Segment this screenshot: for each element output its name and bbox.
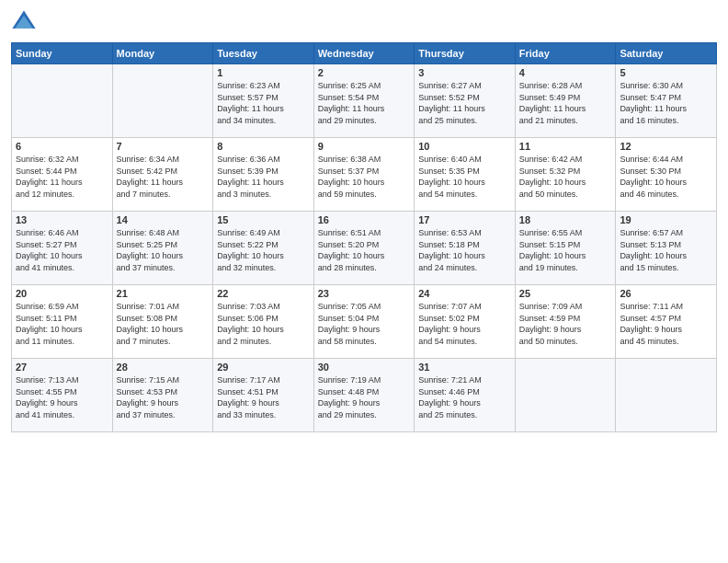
calendar-cell: 4Sunrise: 6:28 AM Sunset: 5:49 PM Daylig… — [515, 64, 616, 138]
week-row-4: 20Sunrise: 6:59 AM Sunset: 5:11 PM Dayli… — [12, 285, 717, 359]
calendar-cell: 28Sunrise: 7:15 AM Sunset: 4:53 PM Dayli… — [112, 359, 213, 432]
calendar-cell: 23Sunrise: 7:05 AM Sunset: 5:04 PM Dayli… — [313, 285, 415, 359]
day-detail: Sunrise: 6:51 AM Sunset: 5:20 PM Dayligh… — [318, 227, 411, 273]
week-row-5: 27Sunrise: 7:13 AM Sunset: 4:55 PM Dayli… — [12, 359, 717, 432]
weekday-header-sunday: Sunday — [12, 43, 113, 64]
day-number: 13 — [16, 214, 108, 225]
calendar-cell: 21Sunrise: 7:01 AM Sunset: 5:08 PM Dayli… — [112, 285, 213, 359]
day-detail: Sunrise: 7:03 AM Sunset: 5:06 PM Dayligh… — [217, 301, 310, 347]
day-number: 19 — [620, 214, 712, 225]
day-number: 26 — [620, 288, 712, 299]
day-detail: Sunrise: 6:49 AM Sunset: 5:22 PM Dayligh… — [217, 227, 310, 273]
day-number: 27 — [16, 362, 108, 373]
day-detail: Sunrise: 6:28 AM Sunset: 5:49 PM Dayligh… — [519, 80, 612, 126]
calendar-cell: 18Sunrise: 6:55 AM Sunset: 5:15 PM Dayli… — [515, 212, 616, 285]
logo-icon — [11, 9, 37, 35]
day-number: 28 — [117, 362, 210, 373]
day-detail: Sunrise: 6:40 AM Sunset: 5:35 PM Dayligh… — [418, 154, 511, 200]
weekday-header-row: SundayMondayTuesdayWednesdayThursdayFrid… — [12, 43, 717, 64]
day-number: 6 — [16, 141, 108, 152]
week-row-3: 13Sunrise: 6:46 AM Sunset: 5:27 PM Dayli… — [12, 212, 717, 285]
weekday-header-saturday: Saturday — [616, 43, 717, 64]
day-detail: Sunrise: 6:30 AM Sunset: 5:47 PM Dayligh… — [620, 80, 712, 126]
day-number: 5 — [620, 67, 712, 78]
calendar-cell: 19Sunrise: 6:57 AM Sunset: 5:13 PM Dayli… — [616, 212, 717, 285]
calendar-cell: 12Sunrise: 6:44 AM Sunset: 5:30 PM Dayli… — [616, 138, 717, 212]
logo — [11, 9, 40, 35]
calendar-cell — [616, 359, 717, 432]
calendar-cell: 17Sunrise: 6:53 AM Sunset: 5:18 PM Dayli… — [415, 212, 516, 285]
calendar-table: SundayMondayTuesdayWednesdayThursdayFrid… — [11, 42, 717, 432]
day-detail: Sunrise: 6:25 AM Sunset: 5:54 PM Dayligh… — [318, 80, 411, 126]
week-row-1: 1Sunrise: 6:23 AM Sunset: 5:57 PM Daylig… — [12, 64, 717, 138]
calendar-cell — [515, 359, 616, 432]
calendar-cell: 15Sunrise: 6:49 AM Sunset: 5:22 PM Dayli… — [213, 212, 314, 285]
day-detail: Sunrise: 6:59 AM Sunset: 5:11 PM Dayligh… — [16, 301, 108, 347]
day-number: 11 — [519, 141, 612, 152]
day-number: 18 — [519, 214, 612, 225]
day-detail: Sunrise: 6:46 AM Sunset: 5:27 PM Dayligh… — [16, 227, 108, 273]
day-detail: Sunrise: 7:11 AM Sunset: 4:57 PM Dayligh… — [620, 301, 712, 347]
day-number: 21 — [117, 288, 210, 299]
day-number: 17 — [418, 214, 511, 225]
day-number: 7 — [117, 141, 210, 152]
day-detail: Sunrise: 7:17 AM Sunset: 4:51 PM Dayligh… — [217, 374, 310, 420]
calendar-cell — [112, 64, 213, 138]
day-number: 2 — [318, 67, 411, 78]
day-number: 10 — [418, 141, 511, 152]
calendar-cell: 16Sunrise: 6:51 AM Sunset: 5:20 PM Dayli… — [313, 212, 415, 285]
day-number: 3 — [418, 67, 511, 78]
day-number: 25 — [519, 288, 612, 299]
calendar-cell: 11Sunrise: 6:42 AM Sunset: 5:32 PM Dayli… — [515, 138, 616, 212]
day-number: 24 — [418, 288, 511, 299]
day-number: 4 — [519, 67, 612, 78]
calendar-cell: 29Sunrise: 7:17 AM Sunset: 4:51 PM Dayli… — [213, 359, 314, 432]
calendar-cell: 8Sunrise: 6:36 AM Sunset: 5:39 PM Daylig… — [213, 138, 314, 212]
day-number: 9 — [318, 141, 411, 152]
day-number: 29 — [217, 362, 310, 373]
day-detail: Sunrise: 7:09 AM Sunset: 4:59 PM Dayligh… — [519, 301, 612, 347]
calendar-cell: 25Sunrise: 7:09 AM Sunset: 4:59 PM Dayli… — [515, 285, 616, 359]
day-detail: Sunrise: 6:53 AM Sunset: 5:18 PM Dayligh… — [418, 227, 511, 273]
weekday-header-tuesday: Tuesday — [213, 43, 314, 64]
weekday-header-thursday: Thursday — [415, 43, 516, 64]
calendar-cell: 3Sunrise: 6:27 AM Sunset: 5:52 PM Daylig… — [415, 64, 516, 138]
calendar-cell: 20Sunrise: 6:59 AM Sunset: 5:11 PM Dayli… — [12, 285, 113, 359]
day-detail: Sunrise: 7:19 AM Sunset: 4:48 PM Dayligh… — [318, 374, 411, 420]
day-detail: Sunrise: 7:13 AM Sunset: 4:55 PM Dayligh… — [16, 374, 108, 420]
day-number: 15 — [217, 214, 310, 225]
day-detail: Sunrise: 6:23 AM Sunset: 5:57 PM Dayligh… — [217, 80, 310, 126]
weekday-header-wednesday: Wednesday — [313, 43, 415, 64]
calendar-cell: 9Sunrise: 6:38 AM Sunset: 5:37 PM Daylig… — [313, 138, 415, 212]
calendar-cell: 6Sunrise: 6:32 AM Sunset: 5:44 PM Daylig… — [12, 138, 113, 212]
calendar-cell: 27Sunrise: 7:13 AM Sunset: 4:55 PM Dayli… — [12, 359, 113, 432]
day-number: 14 — [117, 214, 210, 225]
day-detail: Sunrise: 7:07 AM Sunset: 5:02 PM Dayligh… — [418, 301, 511, 347]
day-detail: Sunrise: 6:32 AM Sunset: 5:44 PM Dayligh… — [16, 154, 108, 200]
day-detail: Sunrise: 6:48 AM Sunset: 5:25 PM Dayligh… — [117, 227, 210, 273]
day-number: 12 — [620, 141, 712, 152]
day-number: 20 — [16, 288, 108, 299]
calendar-cell: 1Sunrise: 6:23 AM Sunset: 5:57 PM Daylig… — [213, 64, 314, 138]
calendar-cell: 22Sunrise: 7:03 AM Sunset: 5:06 PM Dayli… — [213, 285, 314, 359]
calendar-cell: 5Sunrise: 6:30 AM Sunset: 5:47 PM Daylig… — [616, 64, 717, 138]
calendar-cell: 14Sunrise: 6:48 AM Sunset: 5:25 PM Dayli… — [112, 212, 213, 285]
weekday-header-monday: Monday — [112, 43, 213, 64]
day-detail: Sunrise: 6:55 AM Sunset: 5:15 PM Dayligh… — [519, 227, 612, 273]
calendar-cell: 2Sunrise: 6:25 AM Sunset: 5:54 PM Daylig… — [313, 64, 415, 138]
calendar-cell: 30Sunrise: 7:19 AM Sunset: 4:48 PM Dayli… — [313, 359, 415, 432]
day-detail: Sunrise: 6:38 AM Sunset: 5:37 PM Dayligh… — [318, 154, 411, 200]
calendar-cell: 24Sunrise: 7:07 AM Sunset: 5:02 PM Dayli… — [415, 285, 516, 359]
calendar-cell: 13Sunrise: 6:46 AM Sunset: 5:27 PM Dayli… — [12, 212, 113, 285]
day-detail: Sunrise: 6:34 AM Sunset: 5:42 PM Dayligh… — [117, 154, 210, 200]
day-detail: Sunrise: 7:05 AM Sunset: 5:04 PM Dayligh… — [318, 301, 411, 347]
day-detail: Sunrise: 6:36 AM Sunset: 5:39 PM Dayligh… — [217, 154, 310, 200]
calendar-cell: 26Sunrise: 7:11 AM Sunset: 4:57 PM Dayli… — [616, 285, 717, 359]
day-number: 31 — [418, 362, 511, 373]
calendar-cell: 31Sunrise: 7:21 AM Sunset: 4:46 PM Dayli… — [415, 359, 516, 432]
day-detail: Sunrise: 7:01 AM Sunset: 5:08 PM Dayligh… — [117, 301, 210, 347]
day-detail: Sunrise: 6:44 AM Sunset: 5:30 PM Dayligh… — [620, 154, 712, 200]
weekday-header-friday: Friday — [515, 43, 616, 64]
page-container: SundayMondayTuesdayWednesdayThursdayFrid… — [0, 0, 728, 563]
day-number: 8 — [217, 141, 310, 152]
